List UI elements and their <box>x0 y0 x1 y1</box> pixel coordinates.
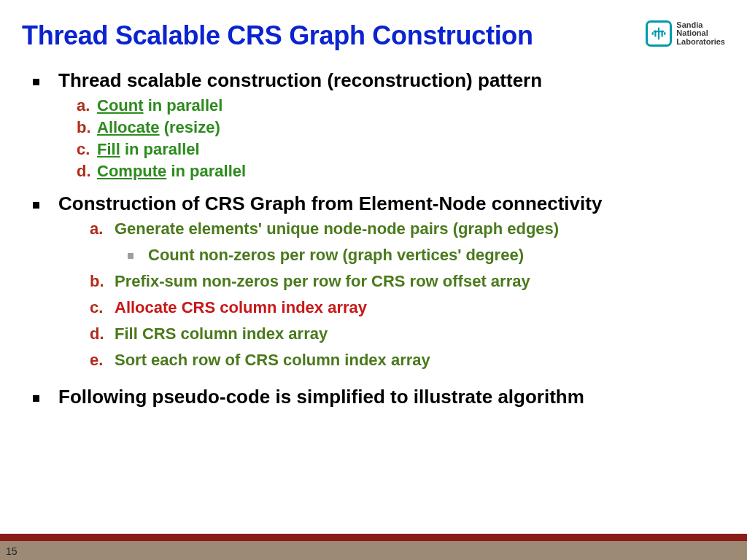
square-bullet-icon <box>128 253 133 259</box>
bullet-1-text: Thread scalable construction (reconstruc… <box>58 69 542 92</box>
footer-bar-red <box>0 534 747 541</box>
letter-d: d. <box>90 324 115 343</box>
step-a: a. Generate elements' unique node-node p… <box>90 219 718 238</box>
page-number: 15 <box>6 545 18 557</box>
letter-a: a. <box>77 96 97 115</box>
letter-c: c. <box>77 140 97 159</box>
step-a-sub: Count non-zeros per row (graph vertices'… <box>128 246 718 265</box>
pattern-c: c. Fill in parallel <box>77 140 718 159</box>
pattern-c-key: Fill <box>97 140 120 158</box>
step-b-text: Prefix-sum non-zeros per row for CRS row… <box>115 272 530 291</box>
title-row: Thread Scalable CRS Graph Construction S… <box>22 20 725 51</box>
letter-b: b. <box>90 272 115 291</box>
content: Thread scalable construction (reconstruc… <box>33 69 718 413</box>
sandia-logo: Sandia National Laboratories <box>646 20 725 47</box>
step-e: e. Sort each row of CRS column index arr… <box>90 351 718 370</box>
letter-e: e. <box>90 351 115 370</box>
logo-line3: Laboratories <box>676 38 725 47</box>
step-d-text: Fill CRS column index array <box>115 324 328 343</box>
step-b: b. Prefix-sum non-zeros per row for CRS … <box>90 272 718 291</box>
step-e-text: Sort each row of CRS column index array <box>115 351 430 370</box>
letter-d: d. <box>77 162 97 181</box>
pattern-c-rest: in parallel <box>120 140 200 158</box>
slide-title: Thread Scalable CRS Graph Construction <box>22 20 533 51</box>
letter-a: a. <box>90 219 115 238</box>
bullet-3-text: Following pseudo-code is simplified to i… <box>58 386 584 408</box>
pattern-d-rest: in parallel <box>166 162 246 180</box>
pattern-a-key: Count <box>97 96 144 114</box>
square-bullet-icon <box>33 202 39 209</box>
step-c: c. Allocate CRS column index array <box>90 298 718 317</box>
letter-c: c. <box>90 298 115 317</box>
letter-b: b. <box>77 118 97 137</box>
footer-bar-tan: 15 <box>0 541 747 560</box>
bullet-1: Thread scalable construction (reconstruc… <box>33 69 718 92</box>
thunderbird-icon <box>646 20 672 47</box>
pattern-b-rest: (resize) <box>160 118 220 136</box>
step-a-text: Generate elements' unique node-node pair… <box>115 219 559 238</box>
bullet-3: Following pseudo-code is simplified to i… <box>33 386 718 408</box>
pattern-d-key: Compute <box>97 162 166 180</box>
logo-text: Sandia National Laboratories <box>676 21 725 47</box>
bullet-2-text: Construction of CRS Graph from Element-N… <box>58 192 602 215</box>
step-c-text: Allocate CRS column index array <box>115 298 367 317</box>
step-a-sub-text: Count non-zeros per row (graph vertices'… <box>148 246 524 265</box>
step-d: d. Fill CRS column index array <box>90 324 718 343</box>
square-bullet-icon <box>33 79 39 85</box>
pattern-a-rest: in parallel <box>144 96 223 114</box>
bullet-2: Construction of CRS Graph from Element-N… <box>33 192 718 215</box>
pattern-b: b. Allocate (resize) <box>77 118 718 137</box>
pattern-a: a. Count in parallel <box>77 96 718 115</box>
square-bullet-icon <box>33 395 39 402</box>
pattern-d: d. Compute in parallel <box>77 162 718 181</box>
pattern-b-key: Allocate <box>97 118 160 136</box>
slide: Thread Scalable CRS Graph Construction S… <box>0 0 747 560</box>
